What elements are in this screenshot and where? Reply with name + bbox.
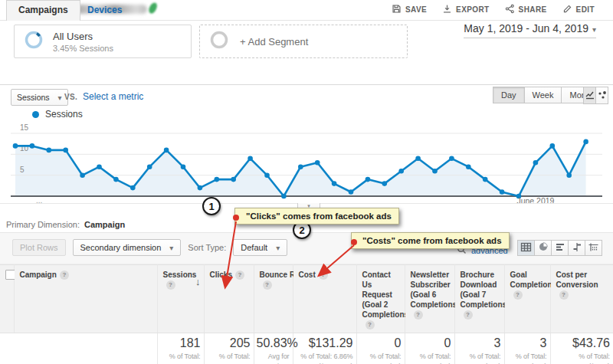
data-point[interactable] (130, 185, 136, 191)
help-icon[interactable]: ? (60, 271, 69, 280)
data-point[interactable] (198, 185, 203, 191)
table-grid-icon (520, 241, 532, 255)
pivot-view-button[interactable] (585, 240, 602, 256)
data-point[interactable] (30, 143, 35, 149)
plot-rows-button[interactable]: Plot Rows (12, 239, 66, 256)
granularity-day[interactable]: Day (493, 87, 525, 103)
total-value: 0 (359, 336, 402, 350)
select-metric-link[interactable]: Select a metric (83, 91, 143, 102)
data-point[interactable] (281, 194, 287, 199)
sort-type-dropdown[interactable]: Default ▾ (233, 239, 287, 256)
save-button[interactable]: SAVE (392, 4, 427, 15)
help-icon[interactable]: ? (166, 280, 175, 290)
data-point[interactable] (13, 143, 18, 149)
data-point[interactable] (550, 143, 556, 149)
data-point[interactable] (382, 181, 388, 186)
data-point[interactable] (500, 189, 505, 195)
secondary-dimension-dropdown[interactable]: Secondary dimension ▾ (73, 239, 182, 256)
add-segment-button[interactable]: + Add Segment (199, 25, 408, 58)
performance-view-button[interactable] (551, 240, 569, 256)
data-point[interactable] (215, 177, 220, 182)
total-subtext: % of Total: 2.11% (142) (457, 352, 501, 364)
data-point[interactable] (298, 164, 303, 169)
column-header-cost_per_conversion[interactable]: Cost per Conversion? (550, 265, 613, 333)
data-point[interactable] (181, 164, 186, 169)
column-header-bounce_rate[interactable]: Bounce Rate? (254, 265, 293, 333)
segment-donut-icon (24, 30, 44, 53)
data-point[interactable] (449, 156, 454, 162)
data-point[interactable] (466, 164, 471, 169)
campaign-table: Campaign?Sessions?↓Clicks?Bounce Rate?Co… (0, 264, 613, 364)
data-point[interactable] (113, 177, 119, 182)
data-point[interactable] (231, 177, 236, 182)
report-actions: SAVE EXPORT SHARE EDIT (392, 4, 595, 15)
help-icon[interactable]: ? (464, 310, 473, 320)
data-point[interactable] (583, 139, 588, 145)
total-goal7: 3% of Total: 2.11% (142) (454, 333, 504, 364)
data-point[interactable] (483, 177, 488, 182)
tab-devices[interactable]: Devices (87, 5, 122, 15)
granularity-week[interactable]: Week (524, 87, 562, 103)
data-point[interactable] (247, 156, 253, 162)
data-point[interactable] (566, 172, 572, 178)
data-point[interactable] (349, 189, 354, 195)
total-subtext: % of Total: 507.45% ($8.62) (553, 352, 611, 364)
help-icon[interactable]: ? (319, 271, 328, 280)
column-header-goal_completions[interactable]: Goal Completions? (504, 265, 550, 333)
save-icon (392, 4, 402, 15)
help-icon[interactable]: ? (513, 290, 523, 300)
column-header-goal7[interactable]: Brochure Download (Goal 7 Completions)? (454, 265, 504, 333)
data-point[interactable] (47, 148, 52, 153)
column-header-goal2[interactable]: Contact Us Request (Goal 2 Completions)? (356, 265, 405, 333)
motion-chart-mode-button[interactable] (595, 87, 608, 104)
metric-dropdown[interactable]: Sessions ▾ (11, 89, 68, 106)
help-icon[interactable]: ? (559, 290, 569, 300)
column-header-goal6[interactable]: Newsletter Subscriber (Goal 6 Completion… (405, 265, 454, 333)
help-icon[interactable]: ? (263, 280, 272, 290)
data-view-button[interactable] (517, 240, 535, 256)
column-header-campaign[interactable]: Campaign? (14, 265, 157, 333)
add-segment-label: + Add Segment (240, 36, 308, 48)
line-chart-mode-button[interactable] (583, 87, 596, 104)
sort-desc-icon[interactable]: ↓ (195, 276, 201, 289)
tab-campaigns[interactable]: Campaigns (6, 0, 80, 21)
data-point[interactable] (147, 164, 152, 169)
column-label: Sessions (163, 271, 197, 279)
dimension-campaign[interactable]: Campaign (84, 220, 125, 229)
percentage-view-button[interactable] (534, 240, 552, 256)
total-value: 3 (507, 336, 547, 350)
data-point[interactable] (164, 148, 169, 153)
data-point[interactable] (398, 169, 404, 174)
help-icon[interactable]: ? (366, 320, 375, 330)
pivot-table-icon (588, 241, 599, 255)
data-point[interactable] (315, 160, 320, 166)
column-header-cost[interactable]: Cost? (293, 265, 356, 333)
help-icon[interactable]: ? (235, 271, 244, 280)
total-goal6: 0% of Total: 0.00% (28) (405, 333, 454, 364)
sessions-line-chart[interactable]: 51015June 2019... (0, 116, 613, 212)
share-button[interactable]: SHARE (505, 4, 547, 15)
analytics-report: Facebook SAVE EXPORT SHARE EDIT All User… (0, 0, 613, 364)
data-point[interactable] (332, 181, 337, 186)
data-point[interactable] (415, 156, 421, 162)
column-label: Newsletter Subscriber (Goal 6 Completion… (411, 271, 460, 309)
data-point[interactable] (533, 160, 539, 166)
edit-button[interactable]: EDIT (562, 4, 595, 15)
data-point[interactable] (432, 169, 438, 174)
data-point[interactable] (264, 172, 270, 178)
total-subtext: % of Total: 13.27% (1,545) (207, 352, 251, 364)
comparison-view-button[interactable] (568, 240, 585, 256)
column-header-clicks[interactable]: Clicks? (204, 265, 254, 333)
column-header-sessions[interactable]: Sessions?↓ (157, 265, 204, 333)
help-icon[interactable]: ? (414, 310, 423, 320)
segment-all-users[interactable]: All Users 3.45% Sessions (14, 25, 192, 58)
segment-detail: 3.45% Sessions (53, 44, 113, 53)
export-button[interactable]: EXPORT (442, 4, 490, 15)
totals-empty-cell (0, 333, 157, 364)
data-point[interactable] (97, 164, 102, 169)
total-goal_completions: 3% of Total: 1.35% (222) (504, 333, 550, 364)
data-point[interactable] (366, 177, 371, 182)
data-point[interactable] (80, 172, 85, 178)
date-range-picker[interactable]: May 1, 2019 - Jun 4, 2019▾ (464, 22, 596, 38)
data-point[interactable] (63, 148, 68, 153)
